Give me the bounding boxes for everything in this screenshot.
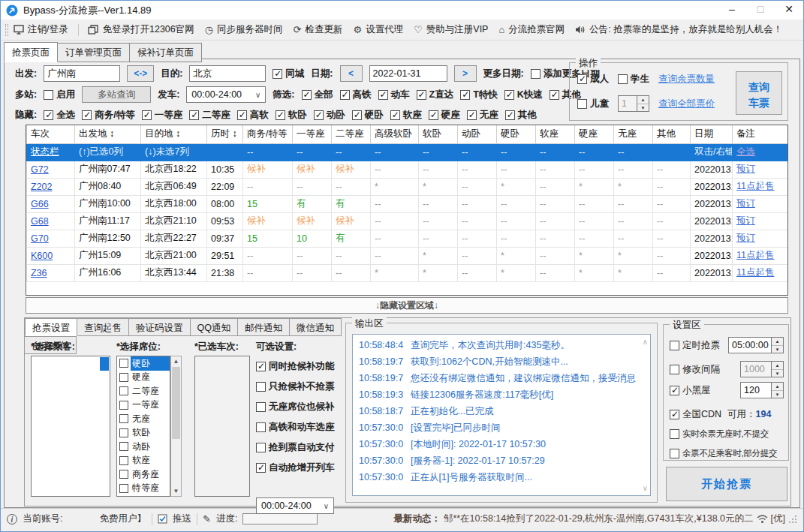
hide-checkbox[interactable]: 硬卧 [352, 109, 384, 122]
spinner-up-icon[interactable]: ▲ [772, 338, 783, 346]
column-header[interactable]: 硬卧 [497, 125, 536, 143]
scroll-thumb[interactable] [172, 367, 180, 439]
hide-checkbox[interactable]: 软座 [390, 109, 422, 122]
filter-checkbox[interactable]: K快速 [504, 89, 543, 101]
scroll-down-icon[interactable]: ∨ [643, 484, 648, 492]
option-checkbox[interactable]: 同时抢候补功能 [256, 360, 335, 373]
note-link[interactable]: 11点起售 [736, 267, 774, 278]
seat-item[interactable]: 动卧 [117, 440, 170, 454]
spinner-up-icon[interactable]: ▲ [637, 96, 649, 104]
column-header[interactable]: 软座 [536, 125, 575, 143]
filter-checkbox[interactable]: 全部 [302, 89, 333, 101]
column-header[interactable]: 一等座 [293, 125, 332, 143]
main-tab-2[interactable]: 订单管理页面 [58, 43, 130, 62]
seat-item[interactable]: 二等座 [117, 384, 170, 398]
checkbox[interactable] [417, 90, 426, 100]
toolbar-item-4[interactable]: ⟳检查更新 [294, 23, 343, 36]
spinner-up-icon[interactable]: ▲ [772, 362, 783, 370]
blackroom-spinner[interactable]: 120▲▼ [740, 382, 784, 398]
checkbox[interactable] [119, 428, 128, 437]
checkbox[interactable] [119, 359, 128, 368]
checkbox[interactable] [119, 470, 128, 479]
swap-stations-button[interactable]: <-> [127, 65, 154, 82]
close-button[interactable]: ✕ [775, 1, 803, 20]
note-link[interactable]: 预订 [736, 233, 755, 243]
column-header[interactable]: 历时 ↕ [207, 125, 243, 143]
filter-checkbox[interactable]: Z直达 [417, 89, 454, 101]
checkbox[interactable] [119, 401, 128, 410]
note-link[interactable]: 预订 [736, 215, 755, 226]
checkbox[interactable] [256, 443, 266, 452]
checkbox[interactable] [670, 341, 679, 350]
seat-item[interactable]: 特等座 [117, 482, 170, 496]
filter-checkbox[interactable]: T特快 [460, 89, 498, 101]
train-link[interactable]: G66 [31, 199, 49, 209]
minimize-button[interactable]: – [718, 1, 746, 20]
column-header[interactable]: 目的地 ↕ [141, 125, 207, 143]
next-date-button[interactable]: > [454, 65, 477, 82]
passenger-list-scrollthumb[interactable] [100, 357, 109, 371]
option-checkbox[interactable]: 高铁和动车选座 [256, 421, 335, 434]
train-row[interactable]: G72广州南07:47北京西18:2210:35候补候补候补----------… [27, 161, 788, 178]
checkbox[interactable] [119, 414, 128, 423]
scroll-down-icon[interactable]: ▼ [171, 488, 181, 494]
seat-list-scrollbar[interactable]: ▲ ▼ [170, 356, 182, 497]
train-row[interactable]: Z36广州16:06北京西13:4421:38------**--*--**--… [27, 264, 788, 281]
toolbar-item-3[interactable]: ◷同步服务器时间 [205, 23, 283, 36]
checkbox[interactable] [429, 110, 438, 120]
checkbox[interactable] [273, 69, 282, 79]
checkbox[interactable] [256, 382, 266, 392]
checkbox[interactable] [577, 74, 587, 84]
checkbox[interactable] [550, 90, 559, 100]
checkbox[interactable] [531, 69, 541, 79]
column-header[interactable]: 备注 [733, 125, 788, 143]
adult-checkbox[interactable]: 成人 [577, 73, 609, 86]
hide-checkbox[interactable]: 商务/特等 [82, 109, 134, 122]
same-city-checkbox[interactable]: 同城 [273, 68, 304, 80]
select-all-link[interactable]: 全选 [736, 146, 755, 157]
option-checkbox[interactable]: 抢到票自动支付 [256, 441, 335, 454]
train-link[interactable]: G68 [31, 216, 49, 227]
train-link[interactable]: Z202 [31, 182, 53, 192]
note-link[interactable]: 预订 [736, 198, 755, 209]
hide-checkbox[interactable]: 全选 [44, 109, 75, 122]
checkbox[interactable] [142, 110, 152, 120]
hide-settings-divider[interactable]: ↓隐藏设置区域↓ [26, 297, 788, 314]
seat-item[interactable]: 一等座 [117, 398, 170, 413]
filter-checkbox[interactable]: 高铁 [340, 89, 372, 101]
spinner-down-icon[interactable]: ▼ [772, 391, 783, 398]
interval-checkbox[interactable]: 修改间隔 [670, 363, 720, 376]
checkbox[interactable] [276, 110, 285, 120]
checkbox[interactable] [119, 484, 128, 493]
train-row[interactable]: G68广州南11:17北京西21:1009:53候补候补候补----------… [27, 212, 788, 230]
query-quantity-link[interactable]: 查询余票数量 [658, 73, 715, 86]
toolbar-item-5[interactable]: ⚙设置代理 [354, 23, 404, 36]
train-row[interactable]: K600广州15:09北京西21:0029:51--------*--*--**… [27, 247, 788, 264]
hide-checkbox[interactable]: 高软 [237, 109, 269, 122]
seat-item[interactable]: 硬座 [117, 371, 170, 385]
checkbox[interactable] [670, 429, 679, 439]
train-link[interactable]: Z36 [31, 268, 47, 278]
checkbox[interactable] [340, 90, 350, 100]
note-link[interactable]: 11点起售 [736, 250, 774, 260]
prev-date-button[interactable]: < [340, 65, 363, 82]
settings-tab-3[interactable]: 验证码设置 [129, 318, 191, 336]
checkbox[interactable] [390, 110, 400, 120]
toolbar-item-1[interactable]: 注销/登录 [14, 23, 68, 36]
checkbox[interactable] [119, 456, 128, 465]
hide-checkbox[interactable]: 动卧 [314, 109, 345, 122]
hide-checkbox[interactable]: 一等座 [142, 109, 183, 122]
checkbox[interactable] [302, 90, 312, 100]
partial-submit-checkbox[interactable]: 余票不足乘客时,部分提交 [670, 448, 777, 459]
note-link[interactable]: 预订 [736, 164, 755, 174]
depart-input[interactable] [44, 65, 120, 82]
checkbox[interactable] [44, 110, 53, 120]
spinner-up-icon[interactable]: ▲ [772, 383, 783, 391]
note-link[interactable]: 11点起售 [736, 181, 774, 191]
checkbox[interactable] [119, 442, 128, 451]
checkbox[interactable] [256, 362, 266, 371]
settings-tab-6[interactable]: 微信通知 [290, 318, 342, 336]
checkbox[interactable] [670, 449, 679, 458]
train-row[interactable]: G66广州南10:00北京西18:0008:0015有有------------… [27, 195, 788, 212]
push-label[interactable]: 推送 [173, 512, 191, 525]
